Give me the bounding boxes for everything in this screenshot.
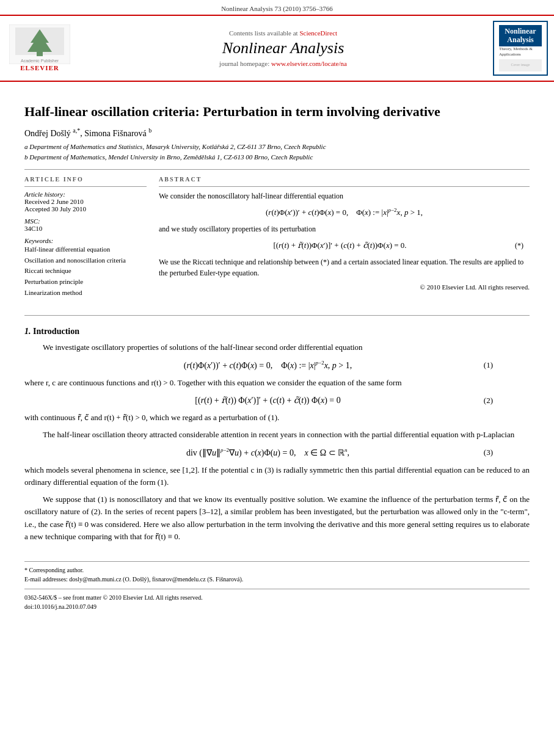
intro-para-1: We investigate oscillatory properties of…	[24, 341, 530, 354]
journal-ref-text: Nonlinear Analysis 73 (2010) 3756–3766	[221, 5, 333, 12]
equation-3-block: div (‖∇u‖p−2∇u) + c(x)Φ(u) = 0, x ∈ Ω ⊂ …	[61, 447, 493, 458]
authors: Ondřej Došlý a,*, Simona Fišnarová b	[24, 127, 530, 139]
info-abstract-section: ARTICLE INFO Article history: Received 2…	[24, 176, 530, 303]
keyword-1: Half-linear differential equation	[24, 244, 147, 255]
equation-1-block: (r(t)Φ(x′))′ + c(t)Φ(x) = 0, Φ(x) := |x|…	[61, 360, 493, 371]
nl-logo-subtext: Theory, Methods & Applications Cover ima…	[499, 46, 542, 71]
journal-title-section: Contents lists available at ScienceDirec…	[79, 29, 487, 67]
section-1-heading: 1. Introduction	[24, 327, 530, 336]
nl-logo-box: Nonlinear Analysis Theory, Methods & App…	[493, 21, 548, 76]
abstract-text-1: We consider the nonoscillatory half-line…	[159, 191, 530, 202]
article-title: Half-linear oscillation criteria: Pertur…	[24, 103, 530, 121]
homepage-url[interactable]: www.elsevier.com/locate/na	[271, 60, 347, 67]
contents-line: Contents lists available at ScienceDirec…	[79, 29, 487, 37]
journal-header: Academic Publisher ELSEVIER Contents lis…	[0, 15, 554, 82]
corresponding-author-note: * Corresponding author.	[24, 565, 530, 575]
intro-para-6: We suppose that (1) is nonoscillatory an…	[24, 493, 530, 543]
section-divider	[24, 169, 530, 170]
info-divider	[24, 186, 147, 187]
body-divider	[24, 315, 530, 316]
main-content: Half-linear oscillation criteria: Pertur…	[0, 82, 554, 623]
abstract-eq1: (r(t)Φ(x′))′ + c(t)Φ(x) = 0, Φ(x) := |x|…	[159, 206, 530, 219]
section-1-num: 1.	[24, 327, 31, 336]
equation-2: [(r(t) + r̃(t)) Φ(x′)]′ + (c(t) + c̃(t))…	[61, 395, 475, 405]
keywords-section: Keywords: Half-linear differential equat…	[24, 237, 147, 298]
eq-star-label: (*)	[515, 240, 523, 251]
issn-line: 0362-546X/$ – see front matter © 2010 El…	[24, 593, 530, 602]
elsevier-brand-text: ELSEVIER	[20, 64, 59, 71]
keyword-3: Riccati technique	[24, 266, 147, 277]
intro-para-5: which models several phenomena in scienc…	[24, 464, 530, 489]
intro-para-4: The half-linear oscillation theory attra…	[24, 429, 530, 441]
nl-analysis-image: Nonlinear Analysis Theory, Methods & App…	[493, 21, 548, 76]
accepted-date: Accepted 30 July 2010	[24, 205, 147, 213]
keyword-5: Linearization method	[24, 288, 147, 299]
journal-homepage: journal homepage: www.elsevier.com/locat…	[79, 60, 487, 67]
abstract-eq2: [(r(t) + r̃(t))Φ(x′)]′ + (c(t) + c̃(t))Φ…	[159, 239, 530, 252]
msc-label: MSC:	[24, 217, 147, 225]
equation-3: div (‖∇u‖p−2∇u) + c(x)Φ(u) = 0, x ∈ Ω ⊂ …	[61, 447, 475, 458]
abstract-divider	[159, 186, 530, 187]
abstract-text-2: and we study oscillatory properties of i…	[159, 224, 530, 234]
keyword-4: Perturbation principle	[24, 277, 147, 288]
abstract-column: ABSTRACT We consider the nonoscillatory …	[159, 176, 530, 303]
email-addresses: E-mail addresses: dosly@math.muni.cz (O.…	[24, 575, 530, 584]
intro-para-2: where r, c are continuous functions and …	[24, 377, 530, 389]
keywords-list: Half-linear differential equation Oscill…	[24, 244, 147, 298]
article-info-column: ARTICLE INFO Article history: Received 2…	[24, 176, 147, 303]
abstract-content: We consider the nonoscillatory half-line…	[159, 191, 530, 292]
article-history: Article history: Received 2 June 2010 Ac…	[24, 191, 147, 213]
abstract-text-3: We use the Riccati technique and relatio…	[159, 256, 530, 278]
received-date: Received 2 June 2010	[24, 198, 147, 205]
affiliation-a: a Department of Mathematics and Statisti…	[24, 142, 530, 152]
nl-logo-header: Nonlinear Analysis	[499, 25, 542, 46]
equation-1-number: (1)	[475, 360, 493, 370]
equation-1: (r(t)Φ(x′))′ + c(t)Φ(x) = 0, Φ(x) := |x|…	[61, 360, 475, 371]
sciencedirect-link[interactable]: ScienceDirect	[299, 29, 337, 37]
keywords-label: Keywords:	[24, 237, 147, 244]
article-info-label: ARTICLE INFO	[24, 176, 147, 183]
page-footer: 0362-546X/$ – see front matter © 2010 El…	[24, 589, 530, 611]
history-label: Article history:	[24, 191, 147, 198]
equation-3-number: (3)	[475, 448, 493, 457]
msc-section: MSC: 34C10	[24, 217, 147, 232]
journal-reference: Nonlinear Analysis 73 (2010) 3756–3766	[0, 0, 554, 15]
copyright-text: © 2010 Elsevier Ltd. All rights reserved…	[159, 282, 530, 293]
msc-value: 34C10	[24, 225, 147, 232]
svg-text:Academic Publisher: Academic Publisher	[21, 59, 59, 63]
elsevier-logo-image: Academic Publisher	[9, 24, 70, 64]
section-1-title: Introduction	[33, 327, 79, 336]
doi-line: doi:10.1016/j.na.2010.07.049	[24, 602, 530, 611]
elsevier-logo-section: Academic Publisher ELSEVIER	[6, 24, 73, 71]
journal-title-main: Nonlinear Analysis	[79, 39, 487, 57]
keyword-2: Oscillation and nonoscillation criteria	[24, 255, 147, 266]
footnote-section: * Corresponding author. E-mail addresses…	[24, 561, 530, 584]
affiliation-b: b Department of Mathematics, Mendel Univ…	[24, 152, 530, 162]
equation-2-block: [(r(t) + r̃(t)) Φ(x′)]′ + (c(t) + c̃(t))…	[61, 395, 493, 405]
intro-para-3: with continuous r̃, c̃ and r(t) + r̃(t) …	[24, 412, 530, 424]
abstract-label: ABSTRACT	[159, 176, 530, 183]
equation-2-number: (2)	[475, 396, 493, 405]
affiliations: a Department of Mathematics and Statisti…	[24, 142, 530, 162]
